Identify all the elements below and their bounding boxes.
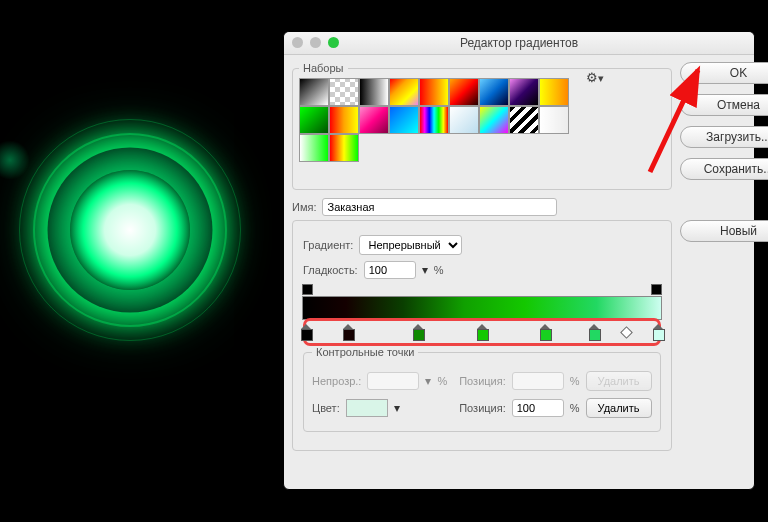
opacity-control-label: Непрозр.: bbox=[312, 375, 361, 387]
gradient-preview-bar[interactable] bbox=[303, 297, 661, 319]
gradient-type-select[interactable]: Непрерывный bbox=[359, 235, 462, 255]
preset-swatch[interactable] bbox=[329, 106, 359, 134]
preset-swatch[interactable] bbox=[539, 106, 569, 134]
preset-swatch[interactable] bbox=[389, 78, 419, 106]
preset-swatch[interactable] bbox=[419, 106, 449, 134]
preset-swatch[interactable] bbox=[539, 78, 569, 106]
gradient-group: Градиент: Непрерывный Гладкость: ▾ % bbox=[292, 220, 672, 451]
delete-color-stop-button[interactable]: Удалить bbox=[586, 398, 652, 418]
gradient-type-label: Градиент: bbox=[303, 239, 353, 251]
new-button[interactable]: Новый bbox=[680, 220, 768, 242]
presets-grid[interactable] bbox=[299, 78, 579, 183]
opacity-position-input bbox=[512, 372, 564, 390]
smoothness-label: Гладкость: bbox=[303, 264, 358, 276]
presets-label: Наборы bbox=[299, 62, 348, 74]
delete-opacity-stop-button: Удалить bbox=[586, 371, 652, 391]
opacity-stops-track[interactable] bbox=[303, 285, 661, 297]
control-points-legend: Контрольные точки bbox=[312, 346, 418, 358]
preset-swatch[interactable] bbox=[359, 106, 389, 134]
opacity-stop[interactable] bbox=[303, 285, 312, 294]
preset-swatch[interactable] bbox=[479, 78, 509, 106]
preset-swatch[interactable] bbox=[359, 78, 389, 106]
dropdown-icon[interactable]: ▾ bbox=[394, 401, 400, 415]
color-stop[interactable] bbox=[343, 329, 353, 341]
preset-swatch[interactable] bbox=[479, 106, 509, 134]
percent-sign: % bbox=[434, 264, 444, 276]
color-position-input[interactable] bbox=[512, 399, 564, 417]
preset-swatch[interactable] bbox=[299, 134, 329, 162]
color-stop[interactable] bbox=[413, 329, 423, 341]
color-stop[interactable] bbox=[477, 329, 487, 341]
save-button[interactable]: Сохранить... bbox=[680, 158, 768, 180]
preset-swatch[interactable] bbox=[449, 78, 479, 106]
color-stops-track[interactable] bbox=[303, 318, 661, 346]
color-stop[interactable] bbox=[540, 329, 550, 341]
color-stop[interactable] bbox=[589, 329, 599, 341]
lens-flare-preview bbox=[0, 70, 290, 390]
cancel-button[interactable]: Отмена bbox=[680, 94, 768, 116]
presets-group: Наборы bbox=[292, 62, 672, 190]
preset-swatch[interactable] bbox=[509, 78, 539, 106]
ok-button[interactable]: OK bbox=[680, 62, 768, 84]
load-button[interactable]: Загрузить... bbox=[680, 126, 768, 148]
close-icon[interactable] bbox=[292, 37, 303, 48]
dropdown-icon[interactable]: ▾ bbox=[422, 263, 428, 277]
color-label: Цвет: bbox=[312, 402, 340, 414]
preset-swatch[interactable] bbox=[299, 78, 329, 106]
color-stop[interactable] bbox=[301, 329, 311, 341]
preset-swatch[interactable] bbox=[299, 106, 329, 134]
name-input[interactable] bbox=[322, 198, 557, 216]
color-stop[interactable] bbox=[653, 329, 663, 341]
gear-icon[interactable]: ⚙︎▾ bbox=[586, 70, 604, 85]
name-label: Имя: bbox=[292, 201, 316, 213]
control-points-group: Контрольные точки Непрозр.: ▾ % Позиция:… bbox=[303, 346, 661, 432]
preset-swatch[interactable] bbox=[419, 78, 449, 106]
preset-swatch[interactable] bbox=[449, 106, 479, 134]
preset-swatch[interactable] bbox=[329, 78, 359, 106]
preset-swatch[interactable] bbox=[329, 134, 359, 162]
position-label-2: Позиция: bbox=[459, 402, 506, 414]
window-title: Редактор градиентов bbox=[460, 36, 578, 50]
color-swatch[interactable] bbox=[346, 399, 388, 417]
preset-swatch[interactable] bbox=[509, 106, 539, 134]
preset-swatch[interactable] bbox=[389, 106, 419, 134]
smoothness-input[interactable] bbox=[364, 261, 416, 279]
titlebar[interactable]: Редактор градиентов bbox=[284, 32, 754, 55]
minimize-icon[interactable] bbox=[310, 37, 321, 48]
opacity-input bbox=[367, 372, 419, 390]
position-label-1: Позиция: bbox=[459, 375, 506, 387]
zoom-icon[interactable] bbox=[328, 37, 339, 48]
gradient-editor-dialog: Редактор градиентов Наборы ⚙︎▾ Имя: Град… bbox=[283, 31, 755, 490]
opacity-stop[interactable] bbox=[652, 285, 661, 294]
midpoint-diamond[interactable] bbox=[620, 326, 633, 339]
